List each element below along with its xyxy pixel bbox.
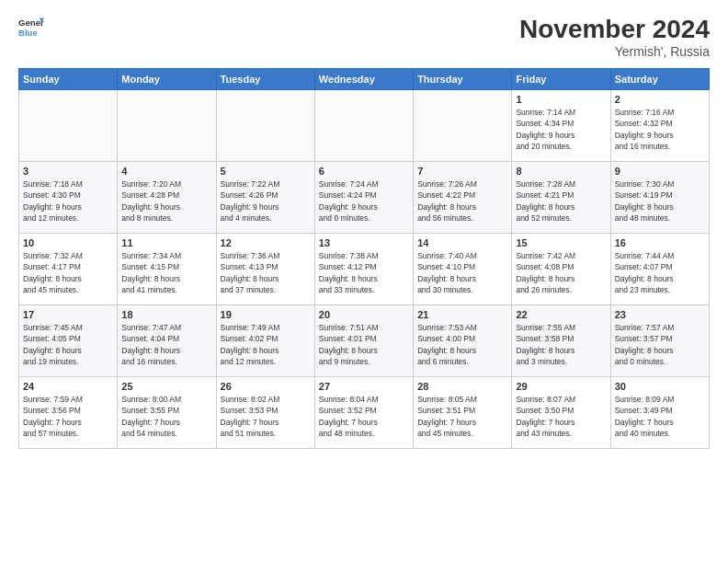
day-info: Sunrise: 7:28 AM Sunset: 4:21 PM Dayligh… [516,178,606,224]
day-info: Sunrise: 8:09 AM Sunset: 3:49 PM Dayligh… [615,394,705,439]
logo-icon: General Blue [18,15,44,40]
th-saturday: Saturday [610,69,709,90]
day-info: Sunrise: 7:32 AM Sunset: 4:17 PM Dayligh… [23,250,113,295]
day-number: 8 [516,166,606,177]
calendar-day: 11Sunrise: 7:34 AM Sunset: 4:15 PM Dayli… [118,234,216,305]
day-number: 16 [615,237,705,248]
day-number: 22 [516,309,606,320]
day-number: 3 [23,166,113,177]
header: General Blue November 2024 Yermish', Rus… [18,15,710,59]
calendar-day: 2Sunrise: 7:16 AM Sunset: 4:32 PM Daylig… [610,90,709,162]
day-number: 2 [615,94,705,105]
day-number: 4 [121,166,211,177]
calendar-day: 21Sunrise: 7:53 AM Sunset: 4:00 PM Dayli… [414,305,512,377]
th-friday: Friday [512,69,610,90]
day-info: Sunrise: 7:34 AM Sunset: 4:15 PM Dayligh… [121,250,211,295]
day-info: Sunrise: 8:04 AM Sunset: 3:52 PM Dayligh… [319,394,409,439]
sub-title: Yermish', Russia [519,44,710,59]
calendar-day: 19Sunrise: 7:49 AM Sunset: 4:02 PM Dayli… [216,305,314,377]
calendar-day: 20Sunrise: 7:51 AM Sunset: 4:01 PM Dayli… [314,305,413,377]
day-number: 26 [221,381,311,392]
title-block: November 2024 Yermish', Russia [519,15,710,59]
day-info: Sunrise: 7:38 AM Sunset: 4:12 PM Dayligh… [319,250,409,295]
calendar-day [414,90,512,162]
calendar-day: 28Sunrise: 8:05 AM Sunset: 3:51 PM Dayli… [414,377,512,449]
calendar-day: 23Sunrise: 7:57 AM Sunset: 3:57 PM Dayli… [610,305,709,377]
day-number: 15 [516,237,606,248]
day-number: 23 [615,309,705,320]
day-info: Sunrise: 7:53 AM Sunset: 4:00 PM Dayligh… [417,322,507,367]
calendar-day: 29Sunrise: 8:07 AM Sunset: 3:50 PM Dayli… [512,377,610,449]
header-row: Sunday Monday Tuesday Wednesday Thursday… [19,69,710,90]
th-sunday: Sunday [19,69,118,90]
calendar-week-2: 10Sunrise: 7:32 AM Sunset: 4:17 PM Dayli… [19,234,710,305]
day-number: 10 [23,237,113,248]
day-number: 20 [319,309,409,320]
calendar-day: 16Sunrise: 7:44 AM Sunset: 4:07 PM Dayli… [610,234,709,305]
main-title: November 2024 [519,15,710,44]
calendar-day: 9Sunrise: 7:30 AM Sunset: 4:19 PM Daylig… [610,162,709,234]
calendar-day: 24Sunrise: 7:59 AM Sunset: 3:56 PM Dayli… [19,377,118,449]
page: General Blue November 2024 Yermish', Rus… [0,0,728,563]
calendar-day [19,90,118,162]
day-info: Sunrise: 7:22 AM Sunset: 4:26 PM Dayligh… [221,178,311,224]
calendar-day: 22Sunrise: 7:55 AM Sunset: 3:58 PM Dayli… [512,305,610,377]
day-info: Sunrise: 7:49 AM Sunset: 4:02 PM Dayligh… [221,322,311,367]
day-info: Sunrise: 7:42 AM Sunset: 4:08 PM Dayligh… [516,250,606,295]
day-info: Sunrise: 8:02 AM Sunset: 3:53 PM Dayligh… [221,394,311,439]
day-info: Sunrise: 7:44 AM Sunset: 4:07 PM Dayligh… [615,250,705,295]
day-number: 25 [121,381,211,392]
day-number: 12 [221,237,311,248]
day-number: 19 [221,309,311,320]
day-number: 6 [319,166,409,177]
calendar-day: 30Sunrise: 8:09 AM Sunset: 3:49 PM Dayli… [610,377,709,449]
day-info: Sunrise: 8:07 AM Sunset: 3:50 PM Dayligh… [516,394,606,439]
calendar-table: Sunday Monday Tuesday Wednesday Thursday… [18,68,710,449]
calendar-day: 7Sunrise: 7:26 AM Sunset: 4:22 PM Daylig… [414,162,512,234]
day-info: Sunrise: 7:57 AM Sunset: 3:57 PM Dayligh… [615,322,705,367]
day-info: Sunrise: 7:14 AM Sunset: 4:34 PM Dayligh… [516,107,606,152]
calendar-day: 15Sunrise: 7:42 AM Sunset: 4:08 PM Dayli… [512,234,610,305]
calendar-day: 3Sunrise: 7:18 AM Sunset: 4:30 PM Daylig… [19,162,118,234]
day-number: 1 [516,94,606,105]
day-info: Sunrise: 7:51 AM Sunset: 4:01 PM Dayligh… [319,322,409,367]
day-number: 9 [615,166,705,177]
calendar-day [118,90,216,162]
calendar-day: 8Sunrise: 7:28 AM Sunset: 4:21 PM Daylig… [512,162,610,234]
day-number: 28 [417,381,507,392]
day-number: 17 [23,309,113,320]
day-number: 14 [417,237,507,248]
day-info: Sunrise: 7:40 AM Sunset: 4:10 PM Dayligh… [417,250,507,295]
day-info: Sunrise: 7:30 AM Sunset: 4:19 PM Dayligh… [615,178,705,224]
calendar-day: 4Sunrise: 7:20 AM Sunset: 4:28 PM Daylig… [118,162,216,234]
calendar-day: 5Sunrise: 7:22 AM Sunset: 4:26 PM Daylig… [216,162,314,234]
day-number: 24 [23,381,113,392]
calendar-day: 13Sunrise: 7:38 AM Sunset: 4:12 PM Dayli… [314,234,413,305]
calendar-day: 25Sunrise: 8:00 AM Sunset: 3:55 PM Dayli… [118,377,216,449]
day-info: Sunrise: 7:20 AM Sunset: 4:28 PM Dayligh… [121,178,211,224]
day-number: 30 [615,381,705,392]
day-number: 21 [417,309,507,320]
logo: General Blue [18,15,44,40]
day-number: 5 [221,166,311,177]
day-number: 18 [121,309,211,320]
day-number: 11 [121,237,211,248]
day-info: Sunrise: 8:05 AM Sunset: 3:51 PM Dayligh… [417,394,507,439]
day-number: 13 [319,237,409,248]
calendar-week-3: 17Sunrise: 7:45 AM Sunset: 4:05 PM Dayli… [19,305,710,377]
day-info: Sunrise: 8:00 AM Sunset: 3:55 PM Dayligh… [121,394,211,439]
day-info: Sunrise: 7:36 AM Sunset: 4:13 PM Dayligh… [221,250,311,295]
svg-text:Blue: Blue [18,28,38,38]
day-info: Sunrise: 7:26 AM Sunset: 4:22 PM Dayligh… [417,178,507,224]
day-info: Sunrise: 7:45 AM Sunset: 4:05 PM Dayligh… [23,322,113,367]
th-wednesday: Wednesday [314,69,413,90]
th-thursday: Thursday [414,69,512,90]
day-info: Sunrise: 7:18 AM Sunset: 4:30 PM Dayligh… [23,178,113,224]
calendar-week-0: 1Sunrise: 7:14 AM Sunset: 4:34 PM Daylig… [19,90,710,162]
day-info: Sunrise: 7:55 AM Sunset: 3:58 PM Dayligh… [516,322,606,367]
day-number: 27 [319,381,409,392]
day-info: Sunrise: 7:16 AM Sunset: 4:32 PM Dayligh… [615,107,705,152]
calendar-day: 27Sunrise: 8:04 AM Sunset: 3:52 PM Dayli… [314,377,413,449]
calendar-week-4: 24Sunrise: 7:59 AM Sunset: 3:56 PM Dayli… [19,377,710,449]
calendar-day: 1Sunrise: 7:14 AM Sunset: 4:34 PM Daylig… [512,90,610,162]
